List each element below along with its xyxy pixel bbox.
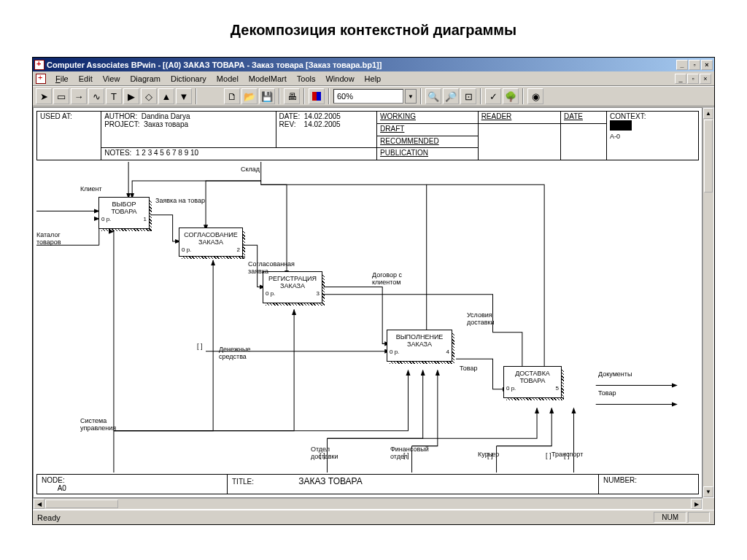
scroll-up-button[interactable]: ▲ [703,108,713,119]
label-klient: Клиент [80,185,102,192]
menu-help[interactable]: Help [360,74,387,83]
pointer-tool[interactable]: ➤ [36,88,52,104]
status-num: NUM [654,512,686,523]
down-tool[interactable]: ▼ [176,88,192,104]
arrow-tool[interactable]: → [71,88,87,104]
label-soglasovannaya: Согласованнаязаявка [248,260,295,275]
label-fin: Финансовыйотдел [390,446,429,460]
statusbar: Ready NUM [33,510,714,524]
activity-box-1[interactable]: ВЫБОРТОВАРА 0 р.1 [98,197,150,229]
minimize-button[interactable]: _ [676,60,688,70]
menu-view[interactable]: View [98,74,125,83]
label-dogovor: Договор склиентом [372,271,402,286]
close-button[interactable]: × [701,60,713,70]
label-tovar: Товар [460,365,478,372]
menu-model[interactable]: Model [212,74,244,83]
zoom-input[interactable]: 60% [333,89,403,104]
scroll-down-button[interactable]: ▼ [703,486,713,497]
doc-restore-button[interactable]: ▫ [687,74,699,84]
app-icon [34,60,44,70]
diagram-area: ВЫБОРТОВАРА 0 р.1 СОГЛАСОВАНИЕЗАКАЗА 0 р… [36,162,699,472]
menu-modelmart[interactable]: ModelMart [244,74,292,83]
menu-file[interactable]: FFileile [50,74,74,83]
menu-window[interactable]: Window [320,74,359,83]
open-button[interactable]: 📂 [241,88,258,104]
scroll-thumb-v[interactable] [704,120,713,192]
fit-button[interactable]: ⊡ [460,88,476,104]
modelmart-button[interactable]: ◉ [527,88,543,104]
menu-tools[interactable]: Tools [292,74,321,83]
spellcheck-button[interactable]: ✓ [485,88,501,104]
diamond-tool[interactable]: ◇ [141,88,157,104]
status-empty [688,512,710,523]
diagram-header-table: USED AT: AUTHOR: Dandina Darya PROJECT: … [36,111,699,160]
report-button[interactable] [309,88,325,104]
activity-box-2[interactable]: СОГЛАСОВАНИЕЗАКАЗА 0 р.2 [179,228,243,257]
label-denezhnye: Денежныесредства [219,346,250,360]
menu-edit[interactable]: Edit [74,74,98,83]
zoom-out-button[interactable]: 🔎 [443,88,459,104]
doc-minimize-button[interactable]: _ [675,74,686,84]
workspace: USED AT: AUTHOR: Dandina Darya PROJECT: … [33,107,714,510]
tunnel-mark: [ ] [564,452,570,459]
label-sklad: Склад [241,166,260,173]
text-tool[interactable]: T [106,88,122,104]
toolbar-shapes: ➤ ▭ → ∿ T ▶ ◇ ▲ ▼ 🗋 📂 💾 🖶 60% ▼ 🔍 🔎 ⊡ ✓ … [33,86,714,106]
horizontal-scrollbar[interactable]: ◀ ▶ [33,498,703,510]
scroll-thumb-h[interactable] [45,499,118,508]
window-title: Computer Associates BPwin - [(A0) ЗАКАЗ … [47,61,382,69]
menu-diagram[interactable]: Diagram [125,74,166,83]
activity-box-3[interactable]: РЕГИСТРАЦИЯЗАКАЗА 0 р.3 [263,271,322,303]
tunnel-mark: [ ] [320,452,325,459]
label-katalog: Каталогтоваров [36,231,61,246]
context-thumbnail [610,120,632,131]
box-tool[interactable]: ▭ [53,88,69,104]
app-window: Computer Associates BPwin - [(A0) ЗАКАЗ … [32,57,715,525]
page-title: Декомпозиция контекстной диаграммы [0,0,747,57]
new-button[interactable]: 🗋 [224,88,240,104]
doc-close-button[interactable]: × [700,74,711,84]
zoom-dropdown[interactable]: ▼ [405,89,417,104]
scroll-right-button[interactable]: ▶ [691,499,702,509]
play-tool[interactable]: ▶ [123,88,139,104]
activity-box-5[interactable]: ДОСТАВКАТОВАРА 0 р.5 [503,366,562,398]
save-button[interactable]: 💾 [259,88,275,104]
label-sistema: Системауправления [80,417,116,432]
label-tovar-out: Товар [598,389,616,397]
up-tool[interactable]: ▲ [158,88,174,104]
maximize-button[interactable]: ▫ [689,60,700,70]
tunnel-mark: [ ] [403,452,409,459]
scroll-corner [703,498,714,510]
scroll-left-button[interactable]: ◀ [34,499,44,509]
diagram-canvas[interactable]: USED AT: AUTHOR: Dandina Darya PROJECT: … [33,107,703,498]
squiggle-tool[interactable]: ∿ [88,88,104,104]
tunnel-mark: [ ] [197,343,203,350]
label-dokumenty: Документы [598,370,632,378]
status-ready: Ready [37,513,61,522]
activity-box-4[interactable]: ВЫПОЛНЕНИЕЗАКАЗА 0 р.4 [387,330,452,362]
vertical-scrollbar[interactable]: ▲ ▼ [703,107,714,498]
print-button[interactable]: 🖶 [284,88,300,104]
tree-button[interactable]: 🌳 [503,88,519,104]
label-usloviya: Условиядоставки [467,311,495,326]
tunnel-mark: [ ] [546,452,551,459]
titlebar: Computer Associates BPwin - [(A0) ЗАКАЗ … [33,58,714,71]
label-zayavka: Заявка на товар [155,197,205,204]
tunnel-mark: [ ] [487,452,493,459]
menubar: FFileile Edit View Diagram Dictionary Mo… [33,71,714,86]
diagram-footer-table: NODE: A0 TITLE: ЗАКАЗ ТОВАРА NUMBER: [36,474,699,494]
doc-icon[interactable] [36,74,46,84]
zoom-in-button[interactable]: 🔍 [425,88,441,104]
menu-dictionary[interactable]: Dictionary [166,74,212,83]
